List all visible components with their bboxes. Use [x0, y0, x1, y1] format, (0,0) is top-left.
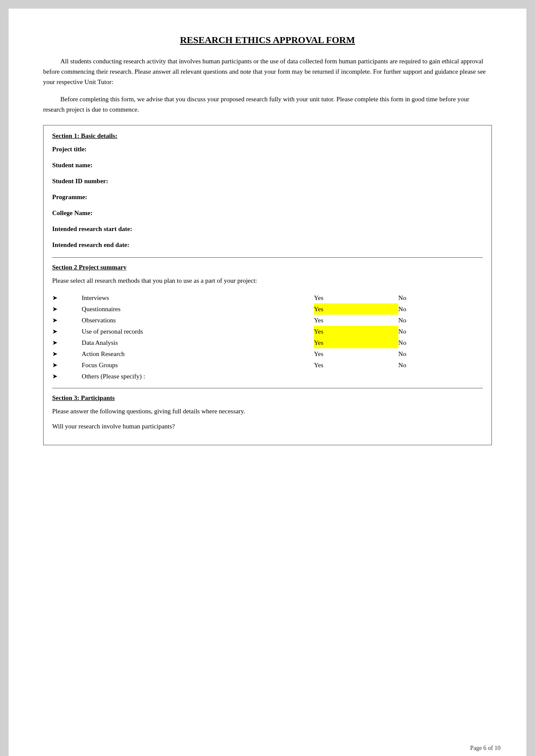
arrow-interviews: ➤: [52, 292, 82, 303]
method-row-interviews: ➤ Interviews Yes No: [52, 292, 483, 303]
section-divider: [52, 257, 483, 258]
method-row-others: ➤ Others (Please specify) :: [52, 371, 483, 382]
method-name-focus-groups: Focus Groups: [82, 359, 314, 371]
yes-personal-records: Yes: [314, 326, 398, 337]
no-interviews: No: [398, 292, 483, 303]
method-row-questionnaires: ➤ Questionnaires Yes No: [52, 303, 483, 315]
others-label: Others (Please specify) :: [82, 371, 483, 382]
no-data-analysis: No: [398, 337, 483, 348]
field-student-name: Student name:: [52, 162, 483, 169]
section2-intro: Please select all research methods that …: [52, 277, 483, 284]
field-start-date: Intended research start date:: [52, 225, 483, 233]
arrow-questionnaires: ➤: [52, 303, 82, 315]
field-college-name: College Name:: [52, 209, 483, 217]
section3-intro: Please answer the following questions, g…: [52, 408, 483, 415]
method-row-action-research: ➤ Action Research Yes No: [52, 348, 483, 359]
section3-heading: Section 3: Participants: [52, 394, 483, 402]
yes-observations: Yes: [314, 315, 398, 326]
method-name-observations: Observations: [82, 315, 314, 326]
section2-3-divider: [52, 388, 483, 388]
intro-paragraph-1: All students conducting research activit…: [43, 56, 492, 87]
method-name-action-research: Action Research: [82, 348, 314, 359]
field-project-title: Project title:: [52, 146, 483, 153]
no-personal-records: No: [398, 326, 483, 337]
no-action-research: No: [398, 348, 483, 359]
section3-question1: Will your research involve human partici…: [52, 423, 483, 430]
no-focus-groups: No: [398, 359, 483, 371]
arrow-action-research: ➤: [52, 348, 82, 359]
field-student-id: Student ID number:: [52, 178, 483, 185]
arrow-data-analysis: ➤: [52, 337, 82, 348]
yes-focus-groups: Yes: [314, 359, 398, 371]
page-footer: Page 6 of 10: [470, 745, 501, 752]
section2-heading: Section 2 Project summary: [52, 264, 483, 271]
arrow-focus-groups: ➤: [52, 359, 82, 371]
yes-action-research: Yes: [314, 348, 398, 359]
intro-paragraph-2: Before completing this form, we advise t…: [43, 94, 492, 115]
no-observations: No: [398, 315, 483, 326]
section1-heading: Section 1: Basic details:: [52, 132, 483, 140]
page-title: RESEARCH ETHICS APPROVAL FORM: [43, 34, 492, 46]
method-name-data-analysis: Data Analysis: [82, 337, 314, 348]
method-name-personal-records: Use of personal records: [82, 326, 314, 337]
methods-table: ➤ Interviews Yes No ➤ Questionnaires Yes…: [52, 292, 483, 382]
yes-questionnaires: Yes: [314, 303, 398, 315]
section1-box: Section 1: Basic details: Project title:…: [43, 125, 492, 445]
field-programme: Programme:: [52, 194, 483, 201]
method-name-interviews: Interviews: [82, 292, 314, 303]
method-row-personal-records: ➤ Use of personal records Yes No: [52, 326, 483, 337]
method-row-focus-groups: ➤ Focus Groups Yes No: [52, 359, 483, 371]
page: RESEARCH ETHICS APPROVAL FORM All studen…: [9, 9, 526, 756]
arrow-personal-records: ➤: [52, 326, 82, 337]
yes-interviews: Yes: [314, 292, 398, 303]
arrow-observations: ➤: [52, 315, 82, 326]
method-name-questionnaires: Questionnaires: [82, 303, 314, 315]
field-end-date: Intended research end date:: [52, 241, 483, 249]
method-row-data-analysis: ➤ Data Analysis Yes No: [52, 337, 483, 348]
arrow-others: ➤: [52, 371, 82, 382]
no-questionnaires: No: [398, 303, 483, 315]
yes-data-analysis: Yes: [314, 337, 398, 348]
method-row-observations: ➤ Observations Yes No: [52, 315, 483, 326]
